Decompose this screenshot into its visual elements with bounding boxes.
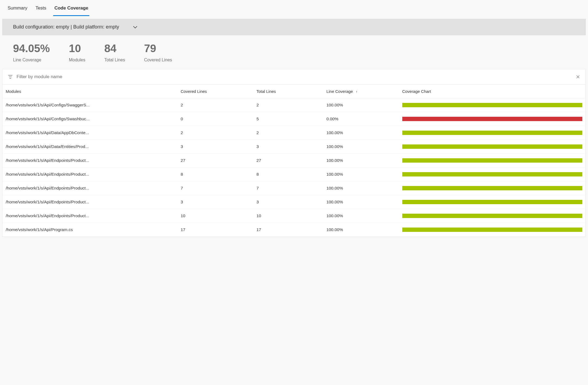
cell-coverage: 0.00% [323, 112, 399, 126]
cell-total: 5 [253, 112, 323, 126]
coverage-bar [402, 117, 582, 121]
cell-coverage: 100.00% [323, 223, 399, 237]
stat-block: 79Covered Lines [144, 42, 172, 62]
cell-chart [399, 181, 586, 195]
cell-total: 3 [253, 195, 323, 209]
table-row[interactable]: /home/vsts/work/1/s/Api/Data/AppDbConte.… [2, 126, 586, 140]
table-row[interactable]: /home/vsts/work/1/s/Api/Endpoints/Produc… [2, 181, 586, 195]
cell-coverage: 100.00% [323, 168, 399, 181]
cell-chart [399, 112, 586, 126]
col-total[interactable]: Total Lines [253, 85, 323, 98]
coverage-bar [402, 144, 582, 149]
tabs: SummaryTestsCode Coverage [0, 0, 588, 16]
cell-total: 7 [253, 181, 323, 195]
stat-block: 10Modules [69, 42, 85, 62]
build-config-accordion[interactable]: Build configuration: empty | Build platf… [2, 19, 586, 35]
sort-ascending-icon: ↑ [356, 90, 358, 94]
cell-covered: 27 [177, 154, 253, 168]
cell-total: 3 [253, 140, 323, 154]
cell-module: /home/vsts/work/1/s/Api/Configs/Swashbuc… [2, 112, 177, 126]
cell-chart [399, 126, 586, 140]
tab-tests[interactable]: Tests [34, 3, 48, 16]
coverage-bar [402, 228, 582, 232]
cell-chart [399, 223, 586, 237]
stat-block: 84Total Lines [104, 42, 125, 62]
cell-chart [399, 168, 586, 181]
table-row[interactable]: /home/vsts/work/1/s/Api/Endpoints/Produc… [2, 168, 586, 181]
cell-chart [399, 195, 586, 209]
stat-block: 94.05%Line Coverage [13, 42, 50, 62]
cell-module: /home/vsts/work/1/s/Api/Endpoints/Produc… [2, 181, 177, 195]
table-row[interactable]: /home/vsts/work/1/s/Api/Data/Entities/Pr… [2, 140, 586, 154]
cell-covered: 8 [177, 168, 253, 181]
col-covered[interactable]: Covered Lines [177, 85, 253, 98]
cell-covered: 3 [177, 195, 253, 209]
build-config-text: Build configuration: empty | Build platf… [13, 24, 119, 30]
cell-covered: 2 [177, 126, 253, 140]
tab-code-coverage[interactable]: Code Coverage [53, 3, 89, 16]
coverage-bar [402, 186, 582, 190]
table-row[interactable]: /home/vsts/work/1/s/Api/Program.cs171710… [2, 223, 586, 237]
cell-total: 17 [253, 223, 323, 237]
cell-coverage: 100.00% [323, 154, 399, 168]
cell-chart [399, 209, 586, 223]
col-chart[interactable]: Coverage Chart [399, 85, 586, 98]
coverage-bar [402, 172, 582, 176]
cell-chart [399, 154, 586, 168]
cell-chart [399, 140, 586, 154]
table-row[interactable]: /home/vsts/work/1/s/Api/Configs/Swashbuc… [2, 112, 586, 126]
stat-value: 10 [69, 42, 85, 55]
cell-covered: 7 [177, 181, 253, 195]
table-row[interactable]: /home/vsts/work/1/s/Api/Endpoints/Produc… [2, 209, 586, 223]
cell-covered: 0 [177, 112, 253, 126]
cell-module: /home/vsts/work/1/s/Api/Configs/SwaggerS… [2, 98, 177, 112]
cell-coverage: 100.00% [323, 209, 399, 223]
coverage-bar [402, 200, 582, 204]
cell-total: 2 [253, 98, 323, 112]
stat-value: 79 [144, 42, 172, 55]
cell-module: /home/vsts/work/1/s/Api/Data/Entities/Pr… [2, 140, 177, 154]
cell-module: /home/vsts/work/1/s/Api/Endpoints/Produc… [2, 154, 177, 168]
filter-icon [8, 74, 13, 79]
cell-module: /home/vsts/work/1/s/Api/Endpoints/Produc… [2, 209, 177, 223]
tab-summary[interactable]: Summary [7, 3, 29, 16]
cell-chart [399, 98, 586, 112]
coverage-table-container: Modules Covered Lines Total Lines Line C… [2, 69, 586, 237]
cell-total: 27 [253, 154, 323, 168]
table-row[interactable]: /home/vsts/work/1/s/Api/Configs/SwaggerS… [2, 98, 586, 112]
coverage-bar [402, 214, 582, 218]
cell-module: /home/vsts/work/1/s/Api/Endpoints/Produc… [2, 195, 177, 209]
cell-coverage: 100.00% [323, 195, 399, 209]
cell-coverage: 100.00% [323, 181, 399, 195]
stat-label: Modules [69, 58, 85, 62]
stat-value: 94.05% [13, 42, 50, 55]
table-row[interactable]: /home/vsts/work/1/s/Api/Endpoints/Produc… [2, 195, 586, 209]
stat-label: Covered Lines [144, 58, 172, 62]
clear-filter-icon[interactable] [576, 75, 580, 79]
filter-input[interactable] [13, 74, 576, 80]
cell-covered: 17 [177, 223, 253, 237]
cell-coverage: 100.00% [323, 98, 399, 112]
cell-total: 10 [253, 209, 323, 223]
coverage-table: Modules Covered Lines Total Lines Line C… [2, 85, 586, 237]
filter-row [2, 69, 586, 85]
cell-covered: 10 [177, 209, 253, 223]
col-modules[interactable]: Modules [2, 85, 177, 98]
stats-row: 94.05%Line Coverage10Modules84Total Line… [0, 35, 588, 69]
stat-value: 84 [104, 42, 125, 55]
cell-covered: 3 [177, 140, 253, 154]
table-row[interactable]: /home/vsts/work/1/s/Api/Endpoints/Produc… [2, 154, 586, 168]
cell-module: /home/vsts/work/1/s/Api/Endpoints/Produc… [2, 168, 177, 181]
stat-label: Total Lines [104, 58, 125, 62]
cell-module: /home/vsts/work/1/s/Api/Program.cs [2, 223, 177, 237]
coverage-bar [402, 158, 582, 163]
stat-label: Line Coverage [13, 58, 50, 62]
cell-total: 2 [253, 126, 323, 140]
col-coverage-label: Line Coverage [326, 89, 353, 94]
cell-total: 8 [253, 168, 323, 181]
chevron-down-icon [133, 25, 138, 30]
col-coverage[interactable]: Line Coverage ↑ [323, 85, 399, 98]
coverage-bar [402, 103, 582, 107]
cell-coverage: 100.00% [323, 126, 399, 140]
cell-covered: 2 [177, 98, 253, 112]
